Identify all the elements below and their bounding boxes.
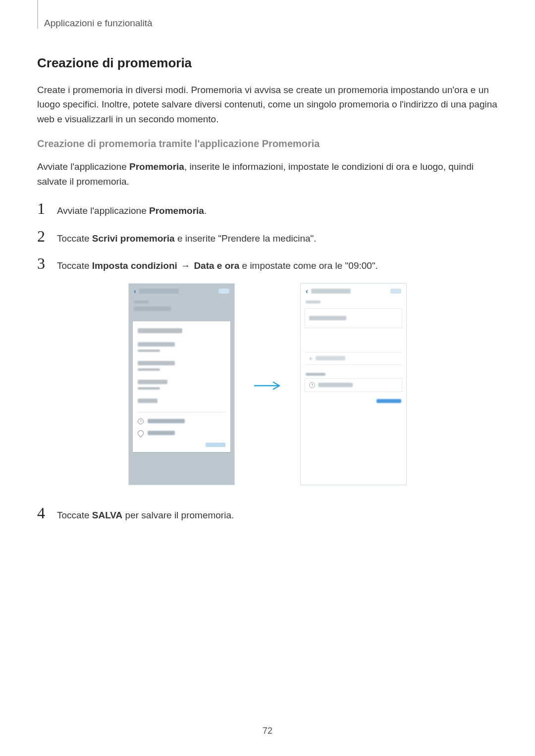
card-item <box>138 342 225 352</box>
blurred-line <box>316 356 345 360</box>
step-1: 1 Avviate l'applicazione Promemoria. <box>37 201 498 218</box>
time-row <box>138 418 225 424</box>
text-field <box>305 308 402 328</box>
blurred-line <box>138 361 175 365</box>
blurred-line <box>309 316 346 320</box>
card-item <box>138 399 225 403</box>
ui-label: Scrivi promemoria <box>92 233 175 244</box>
shot-subheader <box>129 299 234 311</box>
back-icon: ‹ <box>306 287 308 295</box>
section-subtitle: Creazione di promemoria tramite l'applic… <box>37 138 498 150</box>
text: e impostate come ora le "09:00". <box>239 260 378 271</box>
phone-screenshot-left: ‹ <box>128 283 235 485</box>
step-list-continued: 4 Toccate SALVA per salvare il promemori… <box>37 505 498 523</box>
blurred-line <box>318 383 353 387</box>
blurred-line <box>306 301 321 303</box>
shot-header: ‹ <box>301 284 406 299</box>
blurred-line <box>134 306 171 311</box>
header-vertical-rule <box>37 0 38 29</box>
step-number: 1 <box>37 201 57 216</box>
blurred-title <box>139 289 179 294</box>
breadcrumb: Applicazioni e funzionalità <box>44 18 153 29</box>
blurred-line <box>138 387 160 390</box>
intro-paragraph: Create i promemoria in diversi modi. Pro… <box>37 83 498 126</box>
blurred-line <box>138 399 158 403</box>
header-badge <box>218 289 229 294</box>
shot-subheader <box>301 299 406 303</box>
section-label <box>306 373 325 376</box>
text: Toccate <box>57 233 92 244</box>
pin-icon <box>137 429 145 437</box>
text: Avviate l'applicazione <box>57 205 149 216</box>
back-icon: ‹ <box>134 287 136 295</box>
shot-header: ‹ <box>129 284 234 299</box>
step-number: 2 <box>37 228 57 244</box>
clock-icon <box>309 382 315 388</box>
screenshots-row: ‹ <box>37 283 498 485</box>
intro-paragraph-2: Avviate l'applicazione Promemoria, inser… <box>37 159 498 189</box>
blurred-line <box>148 419 185 423</box>
inner-card <box>133 321 230 452</box>
step-3: 3 Toccate Imposta condizioni → Data e or… <box>37 255 498 273</box>
text: per salvare il promemoria. <box>122 510 234 520</box>
blurred-title <box>311 289 351 294</box>
section-title: Creazione di promemoria <box>37 55 498 71</box>
shot-body: + <box>305 308 402 481</box>
text: e inserite "Prendere la medicina". <box>175 233 317 244</box>
add-row: + <box>305 352 402 365</box>
blurred-line <box>138 328 182 333</box>
step-text: Toccate Imposta condizioni → Data e ora … <box>57 259 378 273</box>
ui-label: SALVA <box>92 510 123 520</box>
step-4: 4 Toccate SALVA per salvare il promemori… <box>37 505 498 523</box>
step-list: 1 Avviate l'applicazione Promemoria. 2 T… <box>37 201 498 273</box>
blurred-line <box>138 368 160 371</box>
ui-label: Imposta condizioni <box>92 260 177 271</box>
page-content: Creazione di promemoria Create i promemo… <box>37 55 498 532</box>
step-number: 3 <box>37 255 57 271</box>
plus-icon: + <box>309 354 313 362</box>
card-item <box>138 380 225 390</box>
blurred-line <box>138 350 160 352</box>
arrow-right-icon: → <box>178 260 193 271</box>
blurred-line <box>138 342 175 347</box>
card-item <box>138 361 225 371</box>
clock-icon <box>138 418 144 424</box>
place-row <box>138 430 225 436</box>
header-badge <box>390 289 401 294</box>
blurred-line <box>134 301 149 303</box>
divider <box>138 412 225 412</box>
app-name: Promemoria <box>129 161 184 172</box>
blurred-line <box>148 431 175 435</box>
datetime-row <box>305 378 402 392</box>
step-text: Toccate SALVA per salvare il promemoria. <box>57 508 234 523</box>
page-number: 72 <box>0 726 535 736</box>
arrow-right-icon <box>254 373 281 395</box>
ui-label: Promemoria <box>149 205 204 216</box>
step-number: 4 <box>37 505 57 521</box>
card-item <box>138 328 225 333</box>
blurred-line <box>138 380 167 384</box>
step-2: 2 Toccate Scrivi promemoria e inserite "… <box>37 228 498 246</box>
text: Toccate <box>57 260 92 271</box>
phone-screenshot-right: ‹ + <box>300 283 407 485</box>
action-button <box>376 399 401 403</box>
card-button <box>206 443 225 447</box>
step-text: Avviate l'applicazione Promemoria. <box>57 204 207 218</box>
ui-label: Data e ora <box>194 260 239 271</box>
step-text: Toccate Scrivi promemoria e inserite "Pr… <box>57 232 317 246</box>
text: Toccate <box>57 510 92 520</box>
text: Avviate l'applicazione <box>37 161 129 172</box>
text: . <box>204 205 207 216</box>
